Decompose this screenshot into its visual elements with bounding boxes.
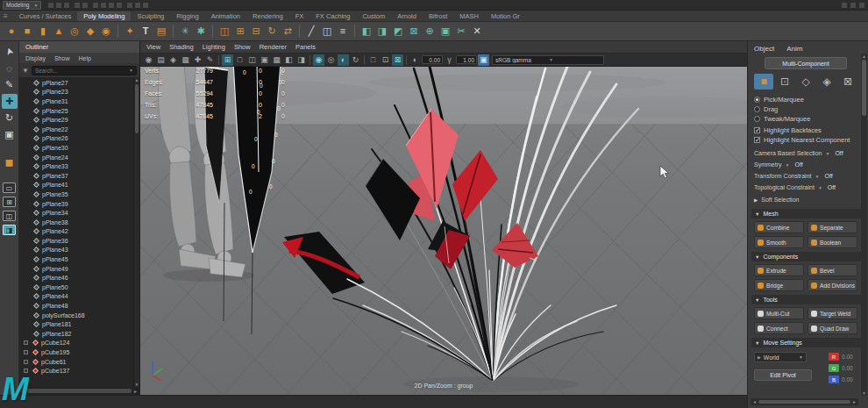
face-mode-icon[interactable]: ◈ [817, 74, 836, 89]
option-symmetry[interactable]: Symmetry▼Off [754, 159, 857, 170]
checkbox-icon[interactable] [754, 127, 760, 133]
shelf-menu-icon[interactable]: ≡ [4, 12, 8, 20]
field-chart-icon[interactable]: ▦ [271, 54, 282, 66]
shelf-tab-custom[interactable]: Custom [356, 11, 391, 21]
camera-settings-icon[interactable]: ▤ [155, 54, 167, 66]
outliner-item[interactable]: pPlane26 [19, 134, 139, 144]
viewport-menu-lighting[interactable]: Lighting [203, 43, 225, 51]
smooth-button[interactable]: Smooth [754, 236, 804, 248]
poly-torus-icon[interactable]: ◎ [68, 25, 82, 39]
radio-button-icon[interactable] [754, 106, 760, 112]
insert-edge-loop-icon[interactable]: ◫ [320, 25, 334, 39]
undo-icon[interactable] [74, 2, 81, 9]
shelf-tab-rendering[interactable]: Rendering [246, 11, 289, 21]
sign-in-icon[interactable] [850, 2, 857, 9]
mirror-geometry-icon[interactable]: ◫ [217, 25, 231, 39]
image-plane-icon[interactable]: ▦ [180, 54, 191, 66]
outliner-item[interactable]: pPlane50 [19, 283, 139, 292]
option-topological-constraint[interactable]: Topological Constraint▼Off [754, 182, 857, 193]
outliner-vertical-scrollbar[interactable]: ▲ ▼ [133, 77, 139, 387]
outliner-horizontal-scrollbar[interactable]: ◄ ► [19, 387, 139, 395]
snap-point-icon[interactable] [108, 2, 115, 9]
radio-drag[interactable]: Drag [754, 104, 857, 114]
bevel-button[interactable]: Bevel [808, 264, 857, 276]
outliner-item[interactable]: pPlane42 [19, 227, 139, 237]
move-tool-icon[interactable]: ✚ [2, 94, 18, 109]
ambient-occlusion-icon[interactable]: ◐ [338, 54, 349, 66]
multi-component-button[interactable]: Multi-Component [765, 57, 847, 69]
outliner-item[interactable]: polySurface168 [19, 311, 139, 320]
combine-mesh-icon[interactable]: ⊞ [233, 25, 247, 39]
delete-edge-icon[interactable]: ✕ [470, 25, 484, 39]
isolate-select-icon[interactable]: □ [367, 54, 379, 66]
bridge-button[interactable]: Bridge [754, 279, 804, 291]
paint-select-tool-icon[interactable]: ✎ [2, 77, 18, 92]
scrollbar-thumb[interactable] [27, 389, 132, 393]
safe-title-icon[interactable]: ◨ [295, 54, 307, 66]
radio-tweak-marquee[interactable]: Tweak/Marquee [754, 114, 857, 124]
outliner-item[interactable]: pPlane29 [19, 115, 139, 125]
workspace-icon[interactable] [841, 2, 848, 9]
outliner-item[interactable]: pPlane23 [19, 88, 139, 97]
poly-cylinder-icon[interactable]: ▮ [36, 25, 50, 39]
menu-set-dropdown[interactable]: Modeling ▼ [3, 1, 41, 10]
channel-swatch-r[interactable]: R [829, 353, 839, 361]
gate-mask-icon[interactable]: ▣ [259, 54, 270, 66]
two-d-pan-zoom-icon[interactable]: ✚ [192, 54, 203, 66]
shelf-tab-animation[interactable]: Animation [205, 11, 246, 21]
outliner-search-input[interactable] [35, 68, 129, 74]
scroll-right-arrow-icon[interactable]: ► [852, 399, 857, 404]
outliner-item[interactable]: pPlane33 [19, 161, 139, 171]
vertex-mode-icon[interactable]: ⊡ [775, 74, 794, 89]
resolution-gate-icon[interactable]: ◫ [246, 54, 258, 66]
quad-draw-button[interactable]: Quad Draw [808, 322, 857, 334]
visibility-toggle[interactable] [24, 350, 28, 354]
poly-cone-icon[interactable]: ▲ [52, 25, 66, 39]
select-tool-icon[interactable]: ➤ [0, 41, 19, 61]
shelf-tab-sculpting[interactable]: Sculpting [131, 11, 170, 21]
gamma-field[interactable]: 1.00 [456, 55, 477, 64]
outliner-item[interactable]: pPlane22 [19, 125, 139, 134]
exposure-icon[interactable]: ◐ [409, 54, 421, 66]
outliner-search-box[interactable]: ▼ [32, 66, 137, 75]
boolean-difference-icon[interactable]: ◨ [375, 25, 389, 39]
chevron-down-icon[interactable]: ▼ [129, 68, 133, 73]
rotate-tool-icon[interactable]: ↻ [2, 111, 18, 125]
new-scene-icon[interactable] [47, 2, 54, 9]
section-header-tools[interactable]: ▼Tools [751, 295, 862, 304]
outliner-item[interactable]: pPlane27 [19, 78, 139, 88]
viewport-menu-panels[interactable]: Panels [295, 43, 316, 51]
move-settings-header[interactable]: ▼ Move Settings [751, 338, 862, 347]
multi-cut-button[interactable]: Multi-Cut [754, 307, 804, 319]
reduce-mesh-icon[interactable]: ⇄ [281, 25, 295, 39]
film-gate-icon[interactable]: □ [234, 54, 245, 66]
outliner-item[interactable]: pCube137 [19, 366, 139, 376]
scale-tool-icon[interactable]: ▣ [2, 127, 18, 142]
snap-curve-icon[interactable] [100, 2, 107, 9]
radio-button-icon[interactable] [754, 116, 760, 122]
visibility-toggle[interactable] [24, 360, 28, 364]
lock-camera-icon[interactable]: ◉ [143, 54, 154, 66]
boolean-button[interactable]: Boolean [808, 236, 857, 248]
scroll-down-arrow-icon[interactable]: ▼ [861, 390, 867, 396]
outliner-item[interactable]: pPlane181 [19, 319, 139, 329]
offset-edge-loop-icon[interactable]: ≡ [336, 25, 350, 39]
channel-swatch-g[interactable]: G [829, 364, 839, 372]
axis-orientation-dropdown[interactable]: ▶ World ▼ [754, 352, 807, 362]
scrollbar-thumb[interactable] [862, 60, 866, 116]
shelf-tab-poly-modeling[interactable]: Poly Modeling [77, 11, 131, 21]
shelf-tab-curves-surfaces[interactable]: Curves / Surfaces [13, 11, 78, 21]
cut-faces-icon[interactable]: ✂ [454, 25, 468, 39]
construction-aid-icon[interactable]: ✳ [178, 25, 192, 39]
extract-face-icon[interactable]: ⊠ [407, 25, 421, 39]
layout-outliner-persp-icon[interactable]: ◨ [3, 225, 16, 235]
layout-four-pane-icon[interactable]: ⊞ [3, 197, 16, 207]
outliner-item[interactable]: pPlane25 [19, 106, 139, 116]
shelf-tab-fx-caching[interactable]: FX Caching [309, 11, 356, 21]
boolean-union-icon[interactable]: ◧ [359, 25, 374, 39]
extrude-button[interactable]: Extrude [754, 264, 804, 276]
layout-two-pane-icon[interactable]: ◫ [3, 211, 16, 221]
radio-button-icon[interactable] [754, 97, 760, 103]
quad-draw-shelf-icon[interactable]: ▣ [438, 25, 452, 39]
outliner-item[interactable]: pCube124 [19, 339, 139, 348]
